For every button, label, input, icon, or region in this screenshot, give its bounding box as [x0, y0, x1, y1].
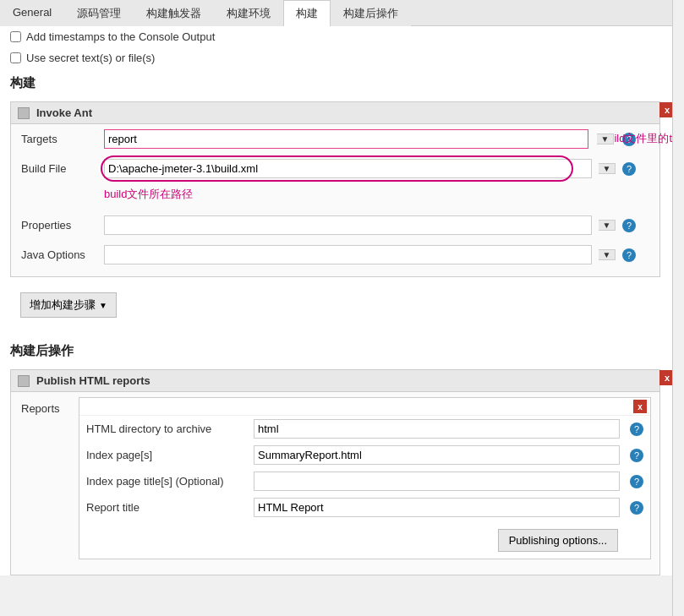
- java-options-input[interactable]: [104, 245, 592, 264]
- properties-input[interactable]: [104, 215, 592, 235]
- add-build-step-button[interactable]: 增加构建步骤 ▼: [20, 292, 117, 318]
- post-build-title: 构建后操作: [0, 336, 684, 364]
- scrollbar[interactable]: [672, 0, 684, 616]
- report-title-input[interactable]: [254, 498, 620, 517]
- build-file-label: Build File: [21, 162, 97, 175]
- publishing-options-area: Publishing options...: [79, 521, 650, 559]
- build-file-annotation: build文件所在路径: [21, 187, 193, 202]
- reports-label: Reports: [21, 397, 72, 415]
- html-dir-input[interactable]: [254, 419, 620, 439]
- reports-close-button[interactable]: x: [633, 400, 647, 413]
- targets-input-wrap: build文件里的target name: [104, 129, 588, 149]
- checkbox-timestamps-label: Add timestamps to the Console Output: [26, 30, 215, 43]
- report-title-help[interactable]: ?: [630, 501, 643, 515]
- publish-html-panel-header: Publish HTML reports: [11, 370, 659, 392]
- invoke-ant-panel-header: Invoke Ant: [11, 102, 659, 124]
- index-title-help[interactable]: ?: [630, 475, 643, 488]
- drag-handle[interactable]: [18, 107, 30, 119]
- index-pages-row: Index page[s] ?: [79, 442, 650, 468]
- properties-help[interactable]: ?: [622, 219, 636, 232]
- build-file-input-wrap: [104, 159, 592, 178]
- reports-header-bar: x: [79, 398, 650, 416]
- invoke-ant-panel: x Invoke Ant Targets build文件里的target nam…: [10, 101, 660, 277]
- add-build-step-label: 增加构建步骤: [30, 297, 96, 313]
- tab-source-mgmt[interactable]: 源码管理: [64, 0, 134, 26]
- publish-html-title: Publish HTML reports: [36, 374, 150, 387]
- html-dir-help[interactable]: ?: [630, 422, 643, 436]
- tab-build-trigger[interactable]: 构建触发器: [134, 0, 214, 26]
- java-options-row: Java Options ▼ ?: [11, 240, 659, 270]
- tab-post-build[interactable]: 构建后操作: [331, 0, 411, 26]
- build-section-title: 构建: [0, 68, 684, 96]
- properties-row: Properties ▼ ?: [11, 210, 659, 240]
- tab-build[interactable]: 构建: [283, 0, 331, 26]
- add-step-area: 增加构建步骤 ▼: [0, 286, 684, 333]
- checkbox-secret[interactable]: [10, 52, 21, 63]
- java-options-help[interactable]: ?: [622, 248, 636, 262]
- publish-html-drag-handle[interactable]: [18, 375, 30, 387]
- add-step-arrow-icon: ▼: [99, 301, 107, 310]
- tab-general[interactable]: General: [0, 0, 64, 26]
- targets-input[interactable]: [104, 129, 588, 149]
- targets-dropdown[interactable]: ▼: [597, 134, 614, 144]
- reports-row: Reports x HTML directory to archive ? In…: [11, 392, 659, 564]
- checkbox-secret-label: Use secret text(s) or file(s): [26, 52, 155, 64]
- publish-html-panel: x Publish HTML reports Reports x HTML di…: [10, 369, 660, 575]
- checkbox-secret-row: Use secret text(s) or file(s): [0, 47, 684, 68]
- tab-build-env[interactable]: 构建环境: [214, 0, 283, 26]
- checkbox-timestamps-row: Add timestamps to the Console Output: [0, 26, 684, 47]
- properties-dropdown[interactable]: ▼: [599, 220, 616, 231]
- reports-content: x HTML directory to archive ? Index page…: [79, 397, 651, 559]
- properties-label: Properties: [21, 219, 97, 232]
- java-options-dropdown[interactable]: ▼: [599, 249, 616, 260]
- index-pages-label: Index page[s]: [86, 449, 247, 461]
- main-content: Add timestamps to the Console Output Use…: [0, 26, 684, 575]
- build-file-dropdown[interactable]: ▼: [599, 163, 616, 174]
- invoke-ant-title: Invoke Ant: [36, 106, 92, 119]
- index-title-input[interactable]: [254, 472, 620, 491]
- index-pages-input[interactable]: [254, 445, 620, 465]
- report-title-label: Report title: [86, 501, 247, 514]
- targets-label: Targets: [21, 133, 97, 145]
- html-dir-label: HTML directory to archive: [86, 422, 247, 435]
- tab-bar: General 源码管理 构建触发器 构建环境 构建 构建后操作: [0, 0, 684, 26]
- java-options-input-wrap: [104, 245, 592, 264]
- build-file-input[interactable]: [104, 159, 592, 178]
- html-dir-row: HTML directory to archive ?: [79, 416, 650, 442]
- index-title-row: Index page title[s] (Optional) ?: [79, 468, 650, 494]
- report-title-row: Report title ?: [79, 494, 650, 521]
- checkbox-timestamps[interactable]: [10, 31, 21, 42]
- build-file-row: Build File ▼ ? build文件所在路径: [11, 154, 659, 210]
- index-title-label: Index page title[s] (Optional): [86, 475, 247, 488]
- java-options-label: Java Options: [21, 248, 97, 261]
- publishing-options-button[interactable]: Publishing options...: [498, 529, 618, 552]
- properties-input-wrap: [104, 215, 592, 235]
- targets-row: Targets build文件里的target name ▼ ?: [11, 124, 659, 154]
- build-file-help[interactable]: ?: [622, 162, 636, 176]
- index-pages-help[interactable]: ?: [630, 449, 643, 462]
